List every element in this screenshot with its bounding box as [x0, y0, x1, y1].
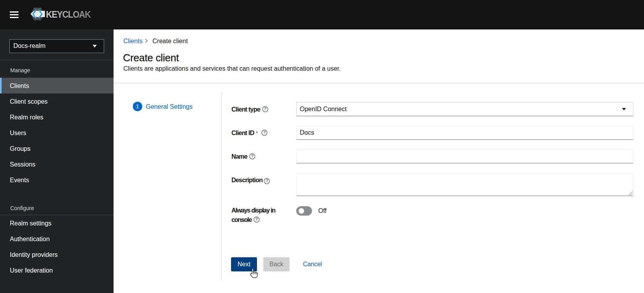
svg-text:?: ?	[255, 217, 258, 222]
svg-text:?: ?	[266, 178, 268, 183]
svg-text:?: ?	[251, 154, 254, 158]
svg-text:?: ?	[263, 130, 266, 135]
svg-text:KEYCLOAK: KEYCLOAK	[46, 9, 91, 20]
svg-text:?: ?	[264, 106, 267, 111]
